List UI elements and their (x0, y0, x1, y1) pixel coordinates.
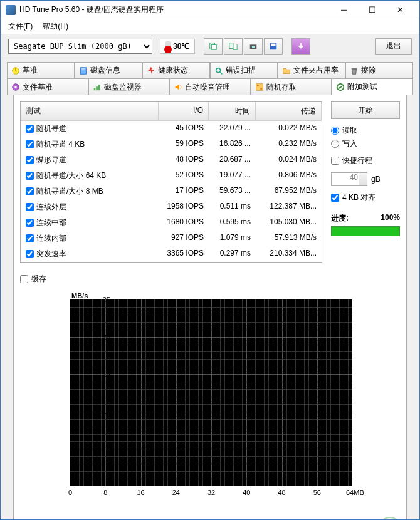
svg-rect-19 (93, 88, 95, 91)
read-radio[interactable]: 读取 (331, 125, 400, 136)
exit-button[interactable]: 退出 (375, 38, 412, 55)
health-icon (147, 66, 155, 75)
extra-icon (336, 83, 345, 91)
tab-random[interactable]: 随机存取 (251, 78, 332, 95)
sound-icon (174, 83, 182, 91)
row-checkbox[interactable] (26, 234, 34, 242)
start-button[interactable]: 开始 (331, 101, 400, 119)
svg-rect-3 (233, 44, 237, 49)
random-icon (255, 83, 264, 91)
col-test[interactable]: 测试 (21, 102, 159, 120)
x-tick: 8 (99, 489, 112, 496)
table-row[interactable]: 随机寻道/大小 64 KB52 IOPS19.077 ...0.806 MB/s (21, 168, 322, 184)
download-button[interactable] (291, 38, 310, 55)
write-radio[interactable]: 写入 (331, 138, 400, 149)
tab-trash[interactable]: 擦除 (345, 62, 413, 78)
x-tick: 48 (276, 489, 288, 496)
row-checkbox[interactable] (26, 172, 34, 180)
quick-checkbox[interactable]: 快捷行程 (331, 155, 400, 166)
y-tick: 10 (97, 408, 110, 415)
tab-folder[interactable]: 文件夹占用率 (278, 62, 345, 78)
menu-help[interactable]: 帮助(H) (38, 20, 73, 33)
copy-button[interactable] (204, 38, 223, 55)
tab-benchmark[interactable]: 基准 (7, 62, 75, 78)
table-row[interactable]: 随机寻道/大小 8 MB17 IOPS59.673 ...67.952 MB/s (21, 184, 322, 199)
svg-point-18 (14, 86, 17, 88)
svg-rect-9 (15, 68, 16, 70)
y-tick: 5 (97, 445, 110, 452)
svg-rect-20 (96, 86, 98, 90)
folder-icon (282, 66, 291, 75)
row-checkbox[interactable] (26, 156, 34, 164)
row-checkbox[interactable] (26, 187, 34, 195)
y-tick: 15 (97, 370, 110, 378)
svg-point-14 (216, 68, 221, 72)
close-button[interactable]: ✕ (386, 1, 414, 19)
cache-chart: MB/s 510152025 0816243240485664MB (51, 292, 377, 505)
copy-all-button[interactable] (224, 38, 243, 55)
minimize-button[interactable]: ─ (330, 1, 358, 19)
progress-bar (331, 226, 400, 236)
tab-filebench[interactable]: 文件基准 (7, 78, 88, 95)
col-transfer[interactable]: 传递 (256, 102, 322, 120)
monitor-icon (93, 83, 102, 91)
svg-rect-13 (150, 67, 152, 69)
row-checkbox[interactable] (26, 219, 34, 227)
x-tick: 16 (135, 489, 147, 496)
tab-health[interactable]: 健康状态 (142, 62, 210, 78)
table-row[interactable]: 连续内部927 IOPS1.079 ms57.913 MB/s (21, 231, 322, 246)
test-table: 测试 I/O 时间 传递 随机寻道45 IOPS22.079 ...0.022 … (20, 101, 322, 263)
y-tick: 25 (97, 296, 110, 303)
size-spinner[interactable]: 40 (331, 172, 367, 186)
row-checkbox[interactable] (26, 125, 34, 133)
table-row[interactable]: 蝶形寻道48 IOPS20.687 ...0.024 MB/s (21, 152, 322, 168)
tab-info[interactable]: 磁盘信息 (75, 62, 142, 78)
watermark: 值 SMYZ.NET (370, 517, 409, 520)
x-tick: 0 (64, 489, 76, 496)
table-row[interactable]: 连续中部1680 IOPS0.595 ms105.030 MB... (21, 215, 322, 231)
svg-rect-2 (229, 43, 233, 48)
info-icon (79, 66, 88, 75)
maximize-button[interactable]: ☐ (358, 1, 386, 19)
save-button[interactable] (264, 38, 283, 55)
x-tick: 32 (205, 489, 218, 496)
y-axis-unit: MB/s (71, 292, 88, 299)
screenshot-button[interactable] (244, 38, 263, 55)
x-tick: 24 (170, 489, 182, 496)
svg-point-23 (257, 85, 259, 86)
svg-rect-16 (352, 68, 357, 69)
tab-extra[interactable]: 附加测试 (332, 78, 413, 95)
row-checkbox[interactable] (26, 203, 34, 211)
thermometer-icon (165, 41, 171, 52)
tab-scan[interactable]: 错误扫描 (210, 62, 278, 78)
col-io[interactable]: I/O (159, 102, 209, 120)
drive-select[interactable]: Seagate BUP Slim (2000 gB) (8, 39, 152, 54)
progress-value: 100% (381, 213, 400, 224)
svg-rect-21 (98, 85, 100, 91)
tab-content: 测试 I/O 时间 传递 随机寻道45 IOPS22.079 ...0.022 … (13, 95, 407, 520)
svg-rect-12 (81, 70, 85, 70)
size-unit: gB (371, 175, 381, 184)
x-tick: 56 (311, 489, 323, 496)
table-row[interactable]: 随机寻道 4 KB59 IOPS16.826 ...0.232 MB/s (21, 137, 322, 152)
y-tick: 20 (97, 333, 110, 341)
progress-label: 进度: (331, 213, 349, 224)
table-row[interactable]: 连续外层1958 IOPS0.511 ms122.387 MB... (21, 199, 322, 215)
svg-line-15 (220, 71, 223, 74)
menubar: 文件(F) 帮助(H) (1, 19, 419, 34)
row-checkbox[interactable] (26, 250, 34, 258)
table-row[interactable]: 突发速率3365 IOPS0.297 ms210.334 MB... (21, 246, 322, 262)
svg-rect-22 (256, 84, 263, 91)
cache-checkbox[interactable]: 缓存 (20, 274, 400, 284)
tab-monitor[interactable]: 磁盘监视器 (88, 78, 170, 95)
toolbar: Seagate BUP Slim (2000 gB) 30℃ 退出 (1, 34, 419, 58)
table-row[interactable]: 随机寻道45 IOPS22.079 ...0.022 MB/s (21, 121, 322, 137)
align-checkbox[interactable]: 4 KB 对齐 (331, 192, 400, 203)
benchmark-icon (11, 66, 20, 75)
tab-sound[interactable]: 自动噪音管理 (169, 78, 251, 95)
filebench-icon (11, 83, 20, 91)
col-time[interactable]: 时间 (209, 102, 256, 120)
svg-rect-11 (81, 68, 85, 69)
row-checkbox[interactable] (26, 140, 34, 148)
menu-file[interactable]: 文件(F) (3, 20, 38, 33)
